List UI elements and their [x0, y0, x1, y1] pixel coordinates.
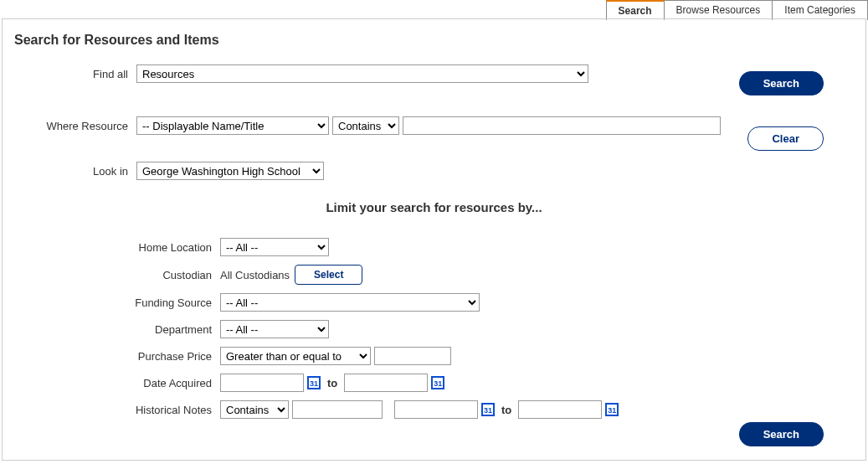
historical-notes-op-select[interactable]: Contains — [220, 400, 289, 419]
field-select[interactable]: -- Displayable Name/Title — [136, 116, 329, 135]
main-panel: Search for Resources and Items Search Cl… — [2, 18, 866, 461]
date-to-label: to — [321, 377, 344, 389]
tab-item-categories[interactable]: Item Categories — [773, 0, 868, 20]
search-button-bottom[interactable]: Search — [739, 422, 824, 446]
limit-section-title: Limit your search for resources by... — [3, 200, 865, 214]
purchase-price-label: Purchase Price — [3, 350, 220, 363]
look-in-select[interactable]: George Washington High School — [136, 162, 324, 180]
department-select[interactable]: -- All -- — [220, 320, 329, 338]
home-location-label: Home Location — [3, 241, 220, 254]
purchase-price-input[interactable] — [374, 347, 451, 365]
department-label: Department — [3, 323, 220, 336]
purchase-price-op-select[interactable]: Greater than or equal to — [220, 347, 371, 365]
look-in-label: Look in — [3, 165, 136, 178]
calendar-icon[interactable]: 31 — [605, 403, 619, 416]
tab-browse-resources[interactable]: Browse Resources — [665, 0, 773, 20]
custodian-label: Custodian — [3, 269, 220, 281]
calendar-icon[interactable]: 31 — [307, 376, 321, 389]
page-title: Search for Resources and Items — [3, 19, 865, 64]
historical-notes-text-input[interactable] — [292, 400, 383, 419]
funding-source-label: Funding Source — [3, 296, 220, 309]
calendar-icon[interactable]: 31 — [431, 376, 444, 389]
find-all-label: Find all — [3, 68, 136, 80]
historical-notes-label: Historical Notes — [3, 404, 220, 416]
date-acquired-label: Date Acquired — [3, 377, 220, 389]
historical-notes-date-to-input[interactable] — [518, 400, 602, 419]
search-value-input[interactable] — [403, 116, 721, 135]
tab-search[interactable]: Search — [606, 0, 665, 20]
funding-source-select[interactable]: -- All -- — [220, 293, 480, 312]
find-all-select[interactable]: Resources — [136, 64, 588, 83]
select-custodian-button[interactable]: Select — [295, 265, 362, 285]
tabs-bar: Search Browse Resources Item Categories — [606, 0, 868, 20]
hist-to-label: to — [495, 404, 518, 416]
custodian-value: All Custodians — [220, 269, 295, 281]
date-acquired-from-input[interactable] — [220, 374, 304, 392]
where-resource-label: Where Resource — [3, 120, 136, 132]
operator-select[interactable]: Contains — [332, 116, 399, 135]
home-location-select[interactable]: -- All -- — [220, 238, 329, 256]
date-acquired-to-input[interactable] — [344, 374, 428, 392]
calendar-icon[interactable]: 31 — [481, 403, 495, 416]
historical-notes-date-from-input[interactable] — [394, 400, 478, 419]
